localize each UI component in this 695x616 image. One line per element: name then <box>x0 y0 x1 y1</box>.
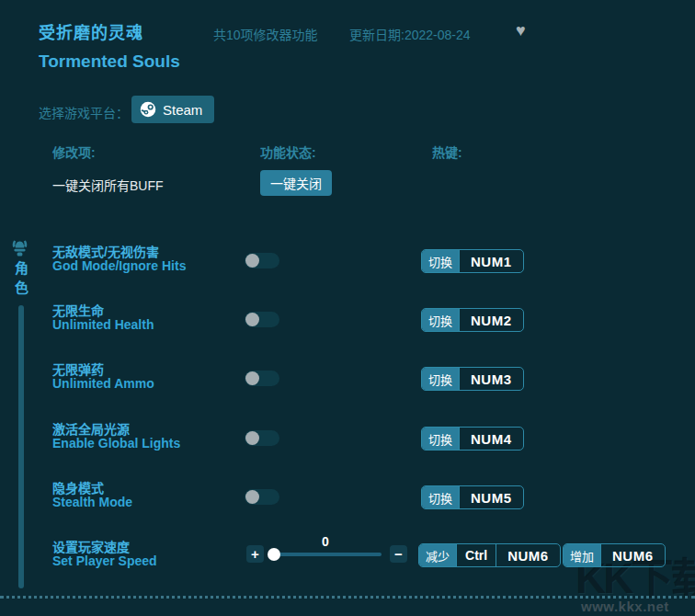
slider-value: 0 <box>269 534 382 549</box>
hotkey-key-label: NUM3 <box>459 368 523 390</box>
feature-label-en: Unlimited Health <box>52 317 154 332</box>
hotkey-key-label: NUM1 <box>459 250 523 272</box>
hotkey-key-label: NUM2 <box>459 309 523 331</box>
toggle-switch[interactable] <box>245 253 279 268</box>
minus-button[interactable]: − <box>390 545 407 563</box>
heart-icon: ♥ <box>516 21 526 40</box>
platform-label: 选择游戏平台： <box>39 103 129 121</box>
hotkey-button[interactable]: 切换 NUM4 <box>421 427 524 451</box>
feature-count: 共10项修改器功能 <box>213 25 318 43</box>
hotkey-action-label: 切换 <box>422 428 459 450</box>
toggle-switch[interactable] <box>245 371 279 386</box>
hotkey-key-label: NUM6 <box>496 544 560 566</box>
feature-label-cn: 隐身模式 <box>52 478 104 496</box>
hotkey-action-label: 切换 <box>422 368 459 390</box>
feature-label-en: God Mode/Ignore Hits <box>52 258 186 273</box>
column-header-item: 修改项: <box>52 143 96 161</box>
feature-label-cn: 无敌模式/无视伤害 <box>52 242 159 260</box>
toggle-switch[interactable] <box>245 489 279 505</box>
speed-label-cn: 设置玩家速度 <box>52 537 130 555</box>
slider-track[interactable] <box>269 553 382 556</box>
steam-button[interactable]: Steam <box>131 96 214 123</box>
speed-row: 设置玩家速度 Set Player Speed + 0 − 减少 Ctrl NU… <box>0 536 695 582</box>
feature-label-en: Stealth Mode <box>52 495 132 509</box>
hotkey-action-label: 切换 <box>422 486 459 508</box>
feature-label-cn: 无限生命 <box>52 301 104 319</box>
steam-icon <box>140 101 156 118</box>
master-buff-label: 一键关闭所有BUFF <box>52 176 164 194</box>
hotkey-action-label: 切换 <box>422 250 459 272</box>
toggle-switch[interactable] <box>245 430 279 446</box>
hotkey-button[interactable]: 切换 NUM3 <box>421 367 524 391</box>
hotkey-modifier-label: Ctrl <box>456 544 496 566</box>
plus-button[interactable]: + <box>246 545 264 563</box>
column-header-hotkey: 热键: <box>432 143 462 161</box>
slider-knob[interactable] <box>268 548 280 561</box>
toggle-knob <box>245 254 259 268</box>
hotkey-key-label: NUM4 <box>459 428 523 450</box>
game-title-en: Tormented Souls <box>39 51 180 72</box>
toggle-knob <box>245 431 259 445</box>
feature-row: 激活全局光源 Enable Global Lights 切换 NUM4 <box>0 418 695 464</box>
feature-row: 无限弹药 Unlimited Ammo 切换 NUM3 <box>0 359 695 405</box>
game-title-cn: 受折磨的灵魂 <box>39 19 143 43</box>
decrease-hotkey-button[interactable]: 减少 Ctrl NUM6 <box>418 543 561 567</box>
close-all-buff-button[interactable]: 一键关闭 <box>260 170 332 196</box>
hotkey-button[interactable]: 切换 NUM2 <box>421 308 524 332</box>
hotkey-key-label: NUM6 <box>600 544 665 566</box>
favorite-button[interactable]: ♥ <box>514 19 528 42</box>
feature-label-cn: 无限弹药 <box>52 359 104 378</box>
hotkey-action-label: 减少 <box>419 544 456 566</box>
update-date: 更新日期:2022-08-24 <box>349 25 471 43</box>
increase-hotkey-button[interactable]: 增加 NUM6 <box>563 543 666 567</box>
toggle-knob <box>245 371 259 385</box>
column-header-status: 功能状态: <box>260 143 316 161</box>
toggle-knob <box>245 313 259 326</box>
feature-row: 隐身模式 Stealth Mode 切换 NUM5 <box>0 477 695 523</box>
feature-label-en: Enable Global Lights <box>52 436 180 451</box>
hotkey-action-label: 增加 <box>564 544 600 566</box>
hotkey-key-label: NUM5 <box>459 486 523 508</box>
hotkey-action-label: 切换 <box>422 309 459 331</box>
feature-label-en: Unlimited Ammo <box>52 376 154 391</box>
steam-button-label: Steam <box>163 102 202 118</box>
hotkey-button[interactable]: 切换 NUM5 <box>421 485 524 509</box>
toggle-switch[interactable] <box>245 312 279 327</box>
toggle-knob <box>245 490 259 504</box>
speed-label-en: Set Player Speed <box>52 553 157 568</box>
watermark-url: www.kkx.net <box>581 599 669 614</box>
feature-row: 无限生命 Unlimited Health 切换 NUM2 <box>0 300 695 346</box>
trainer-window: KK下载 受折磨的灵魂 共10项修改器功能 更新日期:2022-08-24 ♥ … <box>0 0 695 616</box>
hotkey-button[interactable]: 切换 NUM1 <box>421 249 524 273</box>
feature-row: 无敌模式/无视伤害 God Mode/Ignore Hits 切换 NUM1 <box>0 241 695 287</box>
feature-label-cn: 激活全局光源 <box>52 419 130 438</box>
